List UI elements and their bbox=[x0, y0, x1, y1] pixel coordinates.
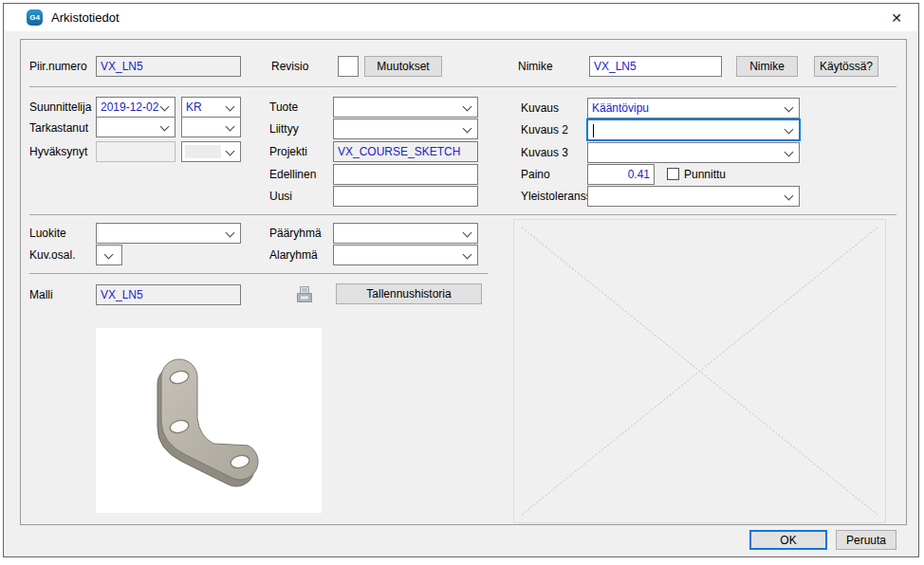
chevron-down-icon bbox=[463, 124, 472, 134]
disabled-inset bbox=[185, 145, 221, 158]
hyvaksynyt-initials-combo bbox=[181, 141, 241, 162]
piir-numero-label: Piir.numero bbox=[29, 56, 87, 77]
chevron-down-icon bbox=[463, 102, 472, 112]
separator bbox=[29, 273, 488, 274]
paaryhma-label: Pääryhmä bbox=[269, 223, 322, 244]
chevron-down-icon bbox=[785, 191, 794, 201]
kuvaus-combo[interactable]: Kääntövipu bbox=[587, 98, 800, 118]
uusi-label: Uusi bbox=[269, 186, 292, 207]
dialog-window: G4 Arkistotiedot ✕ Piir.numero VX_LN5 Re… bbox=[3, 3, 919, 557]
edellinen-field[interactable] bbox=[333, 164, 478, 185]
text-caret bbox=[593, 124, 594, 137]
liittyy-label: Liittyy bbox=[269, 118, 299, 139]
nimike-field[interactable]: VX_LN5 bbox=[589, 56, 722, 77]
kuvaus3-combo[interactable] bbox=[587, 142, 800, 163]
titlebar: G4 Arkistotiedot ✕ bbox=[4, 4, 918, 31]
suunnittelija-initials-combo[interactable]: KR bbox=[181, 97, 241, 118]
chevron-down-icon bbox=[226, 122, 235, 132]
ok-button[interactable]: OK bbox=[749, 530, 827, 550]
dialog-title: Arkistotiedot bbox=[51, 10, 120, 25]
chevron-down-icon bbox=[785, 125, 794, 135]
kuvaus3-label: Kuvaus 3 bbox=[521, 142, 568, 163]
muutokset-button[interactable]: Muutokset bbox=[364, 56, 442, 77]
chevron-down-icon bbox=[226, 147, 235, 156]
tarkastanut-label: Tarkastanut bbox=[29, 118, 88, 138]
close-icon[interactable]: ✕ bbox=[886, 8, 907, 28]
kuv-osal-combo[interactable] bbox=[96, 245, 122, 265]
nimike-label: Nimike bbox=[518, 56, 553, 77]
piir-numero-field[interactable]: VX_LN5 bbox=[96, 56, 241, 77]
separator bbox=[29, 214, 896, 215]
hyvaksynyt-label: Hyväksynyt bbox=[29, 141, 87, 162]
alaryhma-label: Alaryhmä bbox=[269, 245, 318, 265]
luokite-combo[interactable] bbox=[96, 223, 241, 244]
tarkastanut-initials-combo[interactable] bbox=[181, 117, 241, 137]
chevron-down-icon bbox=[785, 148, 794, 157]
empty-preview-placeholder bbox=[513, 219, 886, 523]
projekti-field[interactable]: VX_COURSE_SKETCH bbox=[333, 141, 478, 162]
nimike-button[interactable]: Nimike bbox=[736, 56, 798, 77]
kaytossa-button[interactable]: Käytössä? bbox=[814, 56, 878, 77]
kuvaus-value: Kääntövipu bbox=[588, 99, 799, 118]
kuvaus2-label: Kuvaus 2 bbox=[521, 119, 568, 140]
suunnittelija-date-combo[interactable]: 2019-12-02 bbox=[96, 97, 176, 118]
paaryhma-combo[interactable] bbox=[333, 223, 478, 244]
malli-label: Malli bbox=[29, 284, 53, 305]
tuote-combo[interactable] bbox=[333, 97, 478, 118]
chevron-down-icon bbox=[463, 250, 472, 260]
paino-label: Paino bbox=[521, 164, 550, 185]
part-preview-image bbox=[96, 328, 322, 513]
cancel-button[interactable]: Peruuta bbox=[836, 530, 896, 550]
projekti-label: Projekti bbox=[269, 141, 307, 162]
alaryhma-combo[interactable] bbox=[333, 245, 478, 265]
g4-app-icon: G4 bbox=[27, 9, 43, 26]
chevron-down-icon bbox=[226, 228, 235, 238]
chevron-down-icon bbox=[104, 250, 114, 260]
punnittu-label: Punnittu bbox=[684, 164, 726, 185]
revisio-label: Revisio bbox=[271, 56, 308, 77]
chevron-down-icon bbox=[463, 228, 472, 238]
kuvaus-label: Kuvaus bbox=[521, 98, 559, 118]
punnittu-checkbox[interactable] bbox=[667, 168, 679, 180]
luokite-label: Luokite bbox=[29, 223, 66, 244]
suunnittelija-label: Suunnittelija bbox=[29, 97, 91, 118]
yleistoleranssi-combo[interactable] bbox=[587, 186, 800, 207]
malli-field[interactable]: VX_LN5 bbox=[96, 284, 241, 305]
hyvaksynyt-date-field bbox=[96, 141, 176, 162]
liittyy-combo[interactable] bbox=[333, 118, 478, 139]
printer-icon bbox=[296, 285, 313, 304]
kuv-osal-label: Kuv.osal. bbox=[29, 245, 75, 265]
uusi-field[interactable] bbox=[333, 186, 478, 207]
revisio-field[interactable] bbox=[338, 56, 359, 77]
yleistoleranssi-label: Yleistoleranssi bbox=[521, 186, 594, 207]
chevron-down-icon bbox=[160, 122, 170, 132]
edellinen-label: Edellinen bbox=[269, 164, 316, 185]
tarkastanut-date-combo[interactable] bbox=[96, 117, 176, 137]
separator bbox=[29, 86, 896, 87]
kuvaus2-combo[interactable] bbox=[586, 118, 801, 141]
paino-field[interactable]: 0.41 bbox=[587, 164, 655, 185]
tallennushistoria-button[interactable]: Tallennushistoria bbox=[336, 283, 482, 304]
tuote-label: Tuote bbox=[269, 97, 298, 118]
